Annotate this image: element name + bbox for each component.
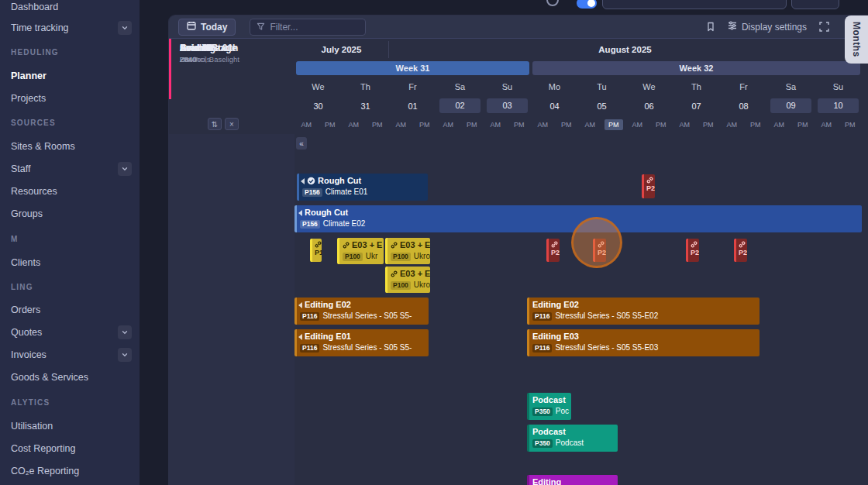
chevron-down-icon[interactable] xyxy=(118,21,132,35)
day-name: Tu xyxy=(578,77,625,96)
event-editing-e01[interactable]: Editing E01P116Stressful Series - S05 S5… xyxy=(294,329,429,356)
event-editing[interactable]: Editing xyxy=(527,475,618,485)
link-icon xyxy=(691,241,698,248)
sidebar-item-groups[interactable]: Groups xyxy=(0,202,140,225)
event-editing-e02[interactable]: Editing E02P116Stressful Series - S05 S5… xyxy=(527,298,760,325)
event-title: Editing E03 xyxy=(529,329,760,342)
today-button[interactable]: Today xyxy=(178,19,236,36)
ampm-cell: AM xyxy=(342,115,366,134)
ampm-cell: PM xyxy=(649,115,673,134)
toggle-switch[interactable] xyxy=(577,0,597,9)
ampm-label: PM xyxy=(750,121,761,129)
event-e03-e[interactable]: E03 + EP100Ukro xyxy=(385,267,430,293)
chevron-down-icon[interactable] xyxy=(118,348,132,362)
ampm-label: PM xyxy=(419,121,430,129)
display-settings-button[interactable]: Display settings xyxy=(728,21,807,33)
event-editing-e03[interactable]: Editing E03P116Stressful Series - S05 S5… xyxy=(527,329,760,356)
day-name: Th xyxy=(342,77,389,96)
clear-button[interactable]: × xyxy=(225,118,239,130)
event-small[interactable]: P2 xyxy=(686,239,699,262)
today-button-label: Today xyxy=(201,22,227,33)
sidebar-item-projects[interactable]: Projects xyxy=(0,87,140,109)
link-icon xyxy=(315,241,322,248)
sidebar-item-planner[interactable]: Planner xyxy=(0,64,140,87)
top-button-partial-2[interactable] xyxy=(791,0,839,9)
link-icon xyxy=(646,177,653,184)
ampm-label: AM xyxy=(822,121,832,129)
event-e03-e[interactable]: E03 + EP100Ukr xyxy=(337,238,384,264)
sidebar-item-cost-reporting[interactable]: Cost Reporting xyxy=(0,437,140,459)
event-code: P2 xyxy=(739,249,747,256)
event-small[interactable]: P2 xyxy=(734,239,747,262)
expand-rows-button[interactable]: ⇅ xyxy=(208,118,222,130)
toolbar: Today Display settings xyxy=(169,15,868,39)
ampm-label: PM xyxy=(325,121,336,129)
day-date: 09 xyxy=(767,96,815,115)
sidebar-item-label: Staff xyxy=(11,163,30,174)
event-small[interactable]: P2 xyxy=(593,239,606,262)
day-date: 08 xyxy=(720,96,767,115)
sidebar-item-co-e-reporting[interactable]: CO₂e Reporting xyxy=(0,459,140,482)
sliders-icon xyxy=(728,21,737,33)
sidebar-item-label: Cost Reporting xyxy=(11,443,75,454)
ampm-label: PM xyxy=(845,121,856,129)
bookmark-icon[interactable] xyxy=(706,22,715,32)
event-e03-e[interactable]: E03 + EP100Ukro xyxy=(385,238,430,264)
ampm-cell: AM xyxy=(625,115,649,134)
theme-toggle-icon[interactable] xyxy=(546,0,559,6)
ampm-label: AM xyxy=(585,121,596,129)
sidebar-item-sites-rooms[interactable]: Sites & Rooms xyxy=(0,135,140,157)
event-podcast[interactable]: PodcastP350Poc xyxy=(527,393,571,420)
month-header: August 2025 xyxy=(389,41,862,58)
filter-input[interactable] xyxy=(270,22,359,33)
event-editing-e02[interactable]: Editing E02P116Stressful Series - S05 S5… xyxy=(294,298,429,325)
ampm-label: PM xyxy=(372,121,383,129)
event-rough-cut[interactable]: Rough CutP156Climate E01 xyxy=(297,174,428,201)
link-icon xyxy=(598,241,604,248)
day-date-label: 02 xyxy=(439,98,480,113)
event-small[interactable]: P2 xyxy=(642,174,655,198)
event-code: P2 xyxy=(646,184,655,192)
chevron-down-icon[interactable] xyxy=(118,162,132,176)
sidebar-item-label: Time tracking xyxy=(11,22,69,33)
project-badge: P116 xyxy=(300,344,319,353)
chevron-down-icon[interactable] xyxy=(118,325,132,339)
event-rough-cut[interactable]: Rough CutP156Climate E02 xyxy=(294,205,862,232)
event-title: Editing E02 xyxy=(529,298,760,310)
sidebar-item-time-tracking[interactable]: Time tracking xyxy=(0,16,140,39)
sidebar-item-utilisation[interactable]: Utilisation xyxy=(0,414,140,437)
ampm-label: AM xyxy=(396,121,407,129)
months-tab[interactable]: Months xyxy=(845,15,868,64)
sidebar-item-label: Resources xyxy=(11,186,57,197)
day-date-label: 09 xyxy=(770,98,811,113)
event-title: Podcast xyxy=(529,393,571,405)
ampm-label: PM xyxy=(514,121,525,129)
sidebar-item-goods-services[interactable]: Goods & Services xyxy=(0,366,140,388)
fullscreen-icon[interactable] xyxy=(819,22,829,32)
ampm-cell: PM xyxy=(460,115,484,134)
sidebar-item-label: Sites & Rooms xyxy=(11,141,75,152)
sidebar-item-resources[interactable]: Resources xyxy=(0,180,140,202)
collapse-button[interactable]: « xyxy=(296,137,307,150)
ampm-cell: AM xyxy=(484,115,508,134)
event-subtitle: P156Climate E02 xyxy=(297,218,862,229)
event-small[interactable]: P1 xyxy=(310,239,322,262)
ampm-label: AM xyxy=(301,121,312,129)
top-button-partial[interactable] xyxy=(602,0,787,9)
day-date-label: 05 xyxy=(597,101,606,111)
sidebar-item-clients[interactable]: Clients xyxy=(0,251,140,273)
ampm-cell: AM xyxy=(531,115,555,134)
sidebar: DashboardTime trackingHEDULINGPlannerPro… xyxy=(0,0,140,485)
ampm-cell: PM xyxy=(413,115,437,134)
event-podcast[interactable]: PodcastP350Podcast xyxy=(527,425,618,452)
sidebar-item-staff[interactable]: Staff xyxy=(0,157,140,180)
sidebar-item-orders[interactable]: Orders xyxy=(0,298,140,321)
day-date: 31 xyxy=(342,96,389,115)
sidebar-item-quotes[interactable]: Quotes xyxy=(0,321,140,343)
app: DashboardTime trackingHEDULINGPlannerPro… xyxy=(0,0,868,485)
day-date-label: 31 xyxy=(360,101,370,111)
sidebar-item-dashboard[interactable]: Dashboard xyxy=(0,0,140,18)
event-small[interactable]: P2 xyxy=(546,239,560,262)
sidebar-item-invoices[interactable]: Invoices xyxy=(0,343,140,366)
ampm-cell: PM xyxy=(602,115,626,134)
